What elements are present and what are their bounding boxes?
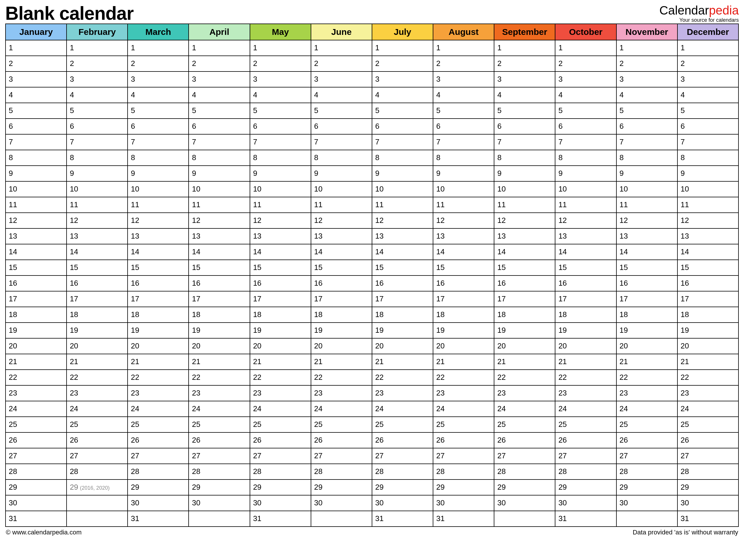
day-cell: 12: [67, 213, 127, 228]
day-cell: 10: [372, 181, 433, 197]
day-cell: 16: [311, 275, 372, 291]
day-cell: 6: [311, 119, 372, 134]
day-cell: 9: [494, 166, 555, 181]
day-cell: 3: [189, 72, 250, 87]
day-cell: 14: [555, 244, 616, 260]
day-cell: 15: [677, 260, 739, 275]
day-cell: 9: [67, 166, 127, 181]
day-row: 212121212121212121212121: [5, 354, 739, 370]
day-cell: 17: [5, 291, 67, 307]
day-cell: 17: [617, 291, 677, 307]
day-cell: 18: [555, 307, 616, 323]
day-row: 262626262626262626262626: [5, 433, 739, 448]
day-cell: 13: [433, 228, 494, 244]
day-cell: 1: [677, 40, 739, 56]
day-cell: 1: [189, 40, 250, 56]
footer-right: Data provided 'as is' without warranty: [633, 529, 738, 536]
day-cell: 31: [677, 511, 739, 527]
day-cell: 11: [372, 197, 433, 213]
day-cell: 3: [555, 72, 616, 87]
brand-name-part2: pedia: [709, 3, 739, 17]
day-cell: 29(2016, 2020): [67, 480, 127, 495]
day-cell: 30: [555, 495, 616, 511]
day-cell: 13: [67, 228, 127, 244]
day-cell: 20: [5, 338, 67, 354]
day-row: 202020202020202020202020: [5, 338, 739, 354]
day-cell: 10: [433, 181, 494, 197]
month-header-november: November: [617, 24, 677, 40]
day-cell: 8: [433, 150, 494, 166]
day-cell: 18: [617, 307, 677, 323]
day-cell: 5: [311, 103, 372, 119]
day-cell: 12: [433, 213, 494, 228]
day-cell: 1: [433, 40, 494, 56]
day-cell: 24: [5, 401, 67, 417]
day-row: 444444444444: [5, 87, 739, 103]
day-cell: 18: [5, 307, 67, 323]
day-cell: 14: [189, 244, 250, 260]
day-row: 555555555555: [5, 103, 739, 119]
day-cell: 21: [677, 354, 739, 370]
day-cell: 13: [189, 228, 250, 244]
day-cell: 25: [372, 417, 433, 433]
day-cell: 26: [127, 433, 189, 448]
day-cell: 24: [372, 401, 433, 417]
day-cell: 6: [67, 119, 127, 134]
day-cell: 6: [555, 119, 616, 134]
day-cell: 4: [5, 87, 67, 103]
day-cell: 30: [433, 495, 494, 511]
day-cell: 10: [494, 181, 555, 197]
month-header-june: June: [311, 24, 372, 40]
day-cell: 24: [433, 401, 494, 417]
day-cell: 2: [677, 56, 739, 72]
day-cell: 28: [5, 464, 67, 480]
day-cell: 22: [250, 370, 311, 385]
month-header-august: August: [433, 24, 494, 40]
day-cell: 27: [494, 448, 555, 464]
day-cell: 7: [677, 134, 739, 150]
day-cell: 1: [494, 40, 555, 56]
day-cell: 29: [617, 480, 677, 495]
day-cell: 17: [67, 291, 127, 307]
day-cell: 19: [189, 323, 250, 338]
day-cell: 27: [5, 448, 67, 464]
day-cell: 4: [189, 87, 250, 103]
day-cell: 24: [127, 401, 189, 417]
day-cell: 15: [67, 260, 127, 275]
day-cell: 17: [311, 291, 372, 307]
day-cell: 7: [127, 134, 189, 150]
day-cell: 9: [189, 166, 250, 181]
day-cell: 19: [67, 323, 127, 338]
day-cell: 5: [617, 103, 677, 119]
day-cell: 29: [555, 480, 616, 495]
day-cell: 27: [555, 448, 616, 464]
day-cell: 16: [250, 275, 311, 291]
day-cell: 21: [189, 354, 250, 370]
day-cell: 24: [555, 401, 616, 417]
day-cell: 12: [5, 213, 67, 228]
day-cell: 23: [67, 385, 127, 401]
day-cell: 14: [250, 244, 311, 260]
day-cell: 3: [5, 72, 67, 87]
day-cell: 11: [555, 197, 616, 213]
day-cell: 10: [677, 181, 739, 197]
day-cell: 19: [127, 323, 189, 338]
day-cell: 27: [372, 448, 433, 464]
day-cell: 15: [494, 260, 555, 275]
day-cell: 17: [127, 291, 189, 307]
day-cell: 12: [555, 213, 616, 228]
day-cell: 20: [617, 338, 677, 354]
day-cell: 11: [433, 197, 494, 213]
day-cell: 27: [250, 448, 311, 464]
day-cell: 11: [5, 197, 67, 213]
day-cell: 13: [250, 228, 311, 244]
day-cell: 1: [67, 40, 127, 56]
day-cell: 14: [5, 244, 67, 260]
day-cell: 10: [555, 181, 616, 197]
day-cell: 7: [311, 134, 372, 150]
day-cell: 18: [127, 307, 189, 323]
day-cell: 8: [372, 150, 433, 166]
day-cell: 7: [189, 134, 250, 150]
day-row: 232323232323232323232323: [5, 385, 739, 401]
day-cell: 1: [555, 40, 616, 56]
